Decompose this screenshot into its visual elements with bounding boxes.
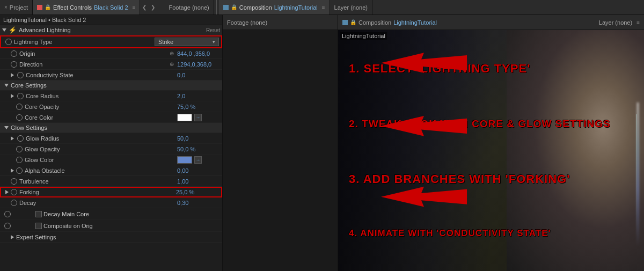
glow-radius-stopwatch[interactable] bbox=[17, 135, 24, 142]
composite-orig-check[interactable]: Composite on Orig bbox=[35, 223, 93, 229]
instruction-step1: 1. SELECT 'LIGHTNING TYPE' bbox=[349, 62, 633, 75]
tab-layer[interactable]: Layer (none) bbox=[330, 0, 372, 14]
decay-stopwatch[interactable] bbox=[11, 200, 17, 206]
composition-content: LightningTutorial 1. SELECT 'LIGHTNING T… bbox=[338, 30, 644, 271]
composite-orig-checkbox[interactable] bbox=[35, 223, 42, 229]
lightning-type-label: Lightning Type bbox=[14, 39, 152, 45]
collapse-icon[interactable] bbox=[2, 28, 6, 32]
glow-collapse-icon[interactable] bbox=[4, 126, 9, 129]
core-color-arrow[interactable]: → bbox=[194, 114, 202, 121]
lightning-warning-icon: ⚡ bbox=[9, 26, 17, 34]
footage-header: Footage (none) bbox=[223, 15, 338, 30]
conductivity-value[interactable]: 0,0 bbox=[177, 72, 220, 78]
footage-label: Footage (none) bbox=[169, 4, 209, 11]
conductivity-row: Conductivity State 0,0 bbox=[0, 70, 222, 80]
core-radius-label: Core Radius bbox=[26, 93, 175, 99]
glow-opacity-value[interactable]: 50,0 % bbox=[177, 146, 220, 152]
expert-settings-row[interactable]: Expert Settings bbox=[0, 232, 222, 243]
core-radius-stopwatch[interactable] bbox=[17, 93, 24, 99]
color-square-icon bbox=[37, 5, 42, 10]
composite-orig-label: Composite on Orig bbox=[43, 223, 93, 229]
tab-bar: × Project 🔒 Effect Controls Black Solid … bbox=[0, 0, 644, 15]
origin-label: Origin bbox=[19, 50, 167, 57]
tab-effect-controls[interactable]: 🔒 Effect Controls Black Solid 2 ≡ bbox=[33, 0, 140, 14]
core-radius-value[interactable]: 2,0 bbox=[177, 93, 220, 99]
turbulence-label: Turbulence bbox=[19, 178, 175, 185]
origin-row: Origin ⊕ 844,0 ,356,0 bbox=[0, 48, 222, 59]
glow-opacity-stopwatch[interactable] bbox=[16, 146, 23, 152]
glow-opacity-label: Glow Opacity bbox=[25, 146, 175, 152]
tab-project[interactable]: × Project bbox=[0, 0, 33, 14]
alpha-value[interactable]: 0,00 bbox=[177, 167, 220, 174]
decay-value[interactable]: 0,30 bbox=[177, 200, 220, 206]
stopwatch-checkbox-row2: Composite on Orig bbox=[0, 220, 222, 232]
decay-sw2[interactable] bbox=[4, 223, 11, 229]
chevron-down-icon: ▾ bbox=[213, 39, 215, 45]
alpha-expand[interactable] bbox=[11, 169, 14, 173]
core-settings-header[interactable]: Core Settings bbox=[0, 80, 222, 91]
forking-row: Forking 25,0 % bbox=[0, 187, 222, 197]
comp-title: LightningTutorial bbox=[274, 4, 318, 11]
menu-icon[interactable]: ≡ bbox=[133, 4, 136, 10]
conductivity-stopwatch[interactable] bbox=[17, 72, 24, 78]
effect-controls-label: Effect Controls bbox=[53, 4, 92, 11]
glow-color-control[interactable]: → bbox=[177, 156, 220, 164]
main-layout: LightningTutorial • Black Solid 2 ⚡ Adva… bbox=[0, 15, 644, 271]
decay-main-core-label: Decay Main Core bbox=[43, 211, 89, 217]
core-opacity-value[interactable]: 75,0 % bbox=[177, 104, 220, 110]
forking-value[interactable]: 25,0 % bbox=[176, 189, 219, 195]
glow-color-swatch[interactable] bbox=[177, 156, 192, 164]
core-radius-expand[interactable] bbox=[11, 94, 14, 98]
tab-arrow-right[interactable]: ❯ bbox=[149, 4, 157, 10]
alpha-stopwatch[interactable] bbox=[16, 167, 23, 174]
effect-controls-panel: LightningTutorial • Black Solid 2 ⚡ Adva… bbox=[0, 15, 223, 271]
core-color-stopwatch[interactable] bbox=[16, 114, 23, 121]
decay-main-core-check[interactable]: Decay Main Core bbox=[35, 211, 89, 217]
lightning-type-stopwatch[interactable] bbox=[5, 39, 12, 45]
forking-stopwatch[interactable] bbox=[11, 189, 17, 195]
turbulence-value[interactable]: 1,00 bbox=[177, 178, 220, 185]
lightning-type-value: Strike bbox=[158, 39, 173, 45]
core-opacity-label: Core Opacity bbox=[25, 104, 175, 110]
instruction-step2: 2. TWEAK LOOK WITH CORE & GLOW SETTINGS bbox=[349, 119, 633, 130]
glow-color-stopwatch[interactable] bbox=[16, 157, 23, 163]
glow-radius-row: Glow Radius 50,0 bbox=[0, 133, 222, 144]
instructions-overlay: 1. SELECT 'LIGHTNING TYPE' 2. TWEAK LOOK… bbox=[338, 30, 644, 271]
comp-menu-icon[interactable]: ≡ bbox=[322, 4, 325, 10]
tab-footage[interactable]: Footage (none) bbox=[164, 0, 214, 14]
lock-icon: 🔒 bbox=[45, 4, 51, 10]
forking-expand[interactable] bbox=[5, 190, 9, 194]
decay-main-core-checkbox[interactable] bbox=[35, 211, 42, 217]
glow-radius-value[interactable]: 50,0 bbox=[177, 135, 220, 142]
origin-stopwatch[interactable] bbox=[11, 50, 17, 57]
core-color-swatch[interactable] bbox=[177, 114, 192, 121]
close-icon[interactable]: × bbox=[4, 4, 8, 10]
turbulence-stopwatch[interactable] bbox=[11, 178, 17, 185]
decay-sw1[interactable] bbox=[4, 211, 11, 217]
expert-settings-label: Expert Settings bbox=[16, 234, 56, 240]
advanced-lightning-label: Advanced Lightning bbox=[19, 27, 71, 33]
panel-subtitle: LightningTutorial • Black Solid 2 bbox=[0, 15, 222, 25]
glow-color-arrow[interactable]: → bbox=[194, 156, 202, 164]
core-color-control[interactable]: → bbox=[177, 114, 220, 121]
conductivity-expand[interactable] bbox=[11, 73, 14, 77]
core-collapse-icon[interactable] bbox=[4, 84, 9, 87]
glow-settings-header[interactable]: Glow Settings bbox=[0, 123, 222, 133]
glow-color-label: Glow Color bbox=[25, 157, 175, 163]
composition-panel: 🔒 Composition LightningTutorial Layer (n… bbox=[338, 15, 644, 271]
instruction-step4: 4. ANIMATE WITH 'CONDUCTIVITY STATE' bbox=[349, 229, 633, 239]
direction-value[interactable]: 1294,0,368,0 bbox=[177, 61, 220, 68]
glow-radius-expand[interactable] bbox=[11, 136, 14, 141]
direction-stopwatch[interactable] bbox=[11, 61, 17, 68]
comp-menu-icon2[interactable]: ≡ bbox=[636, 19, 640, 25]
origin-value[interactable]: 844,0 ,356,0 bbox=[177, 50, 220, 57]
lightning-type-dropdown[interactable]: Strike ▾ bbox=[155, 38, 219, 46]
reset-label[interactable]: Reset bbox=[206, 27, 220, 33]
lightning-type-row: Lightning Type Strike ▾ bbox=[0, 35, 222, 48]
core-color-row: Core Color → bbox=[0, 112, 222, 123]
core-opacity-stopwatch[interactable] bbox=[16, 104, 23, 110]
expert-expand-icon[interactable] bbox=[11, 235, 14, 239]
tab-composition[interactable]: 🔒 Composition LightningTutorial ≡ bbox=[219, 0, 330, 14]
footage-area bbox=[223, 30, 338, 271]
tab-arrow-left[interactable]: ❮ bbox=[140, 4, 149, 10]
